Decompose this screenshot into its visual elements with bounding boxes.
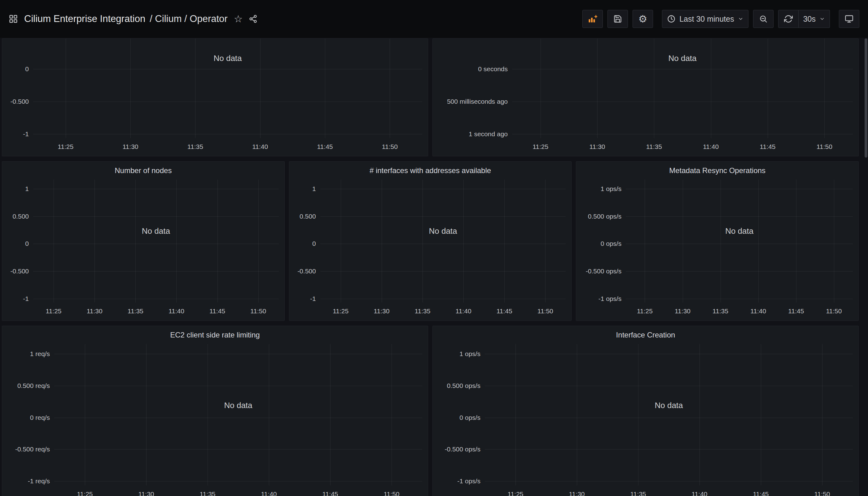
toolbar-actions: ⚙ Last 30 minutes <box>582 10 859 28</box>
gridline-horizontal <box>54 449 422 450</box>
gridline-horizontal <box>54 354 422 354</box>
gridline-horizontal <box>626 271 853 272</box>
panel-title[interactable]: Metadata Resync Operations <box>576 161 858 180</box>
y-tick-label: -0.500 <box>10 98 29 105</box>
panel-ec2-rate-limiting[interactable]: EC2 client side rate limiting 1 req/s0.5… <box>2 326 428 496</box>
panel-interfaces-with-addresses[interactable]: # interfaces with addresses available 10… <box>289 161 572 321</box>
panel-interface-creation[interactable]: Interface Creation 1 ops/s0.500 ops/s0 o… <box>432 326 859 496</box>
x-tick-label: 11:30 <box>123 143 138 151</box>
gridline-vertical <box>330 344 331 485</box>
x-tick-label: 11:30 <box>590 143 605 151</box>
x-tick-label: 11:40 <box>261 491 277 496</box>
dashboard-settings-button[interactable]: ⚙ <box>633 10 653 28</box>
scrollbar-thumb[interactable] <box>865 38 867 158</box>
y-tick-label: -1 ops/s <box>457 477 481 485</box>
gridline-vertical <box>545 180 546 303</box>
dashboard-grid: 0-0.500-1 No data 11:2511:3011:3511:4011… <box>0 38 868 496</box>
x-tick-label: 11:25 <box>77 491 93 496</box>
gridline-vertical <box>423 180 423 303</box>
x-tick-label: 11:25 <box>46 308 62 315</box>
y-tick-label: -0.500 req/s <box>15 446 50 453</box>
save-icon <box>613 15 622 23</box>
dashboard-name[interactable]: Cilium Enterprise Integration <box>24 13 145 25</box>
apps-grid-icon[interactable] <box>9 14 18 24</box>
gridline-horizontal <box>626 216 853 217</box>
y-tick-label: -0.500 <box>298 267 316 275</box>
breadcrumb-path[interactable]: / Cilium / Operator <box>150 13 228 25</box>
plot: 0-0.500-1 No data 11:2511:3011:3511:4011… <box>2 39 428 156</box>
panel-title[interactable]: Number of nodes <box>2 161 284 180</box>
gridline-vertical <box>131 39 131 138</box>
plot: 10.5000-0.500-1 No data 11:2511:3011:351… <box>289 180 572 321</box>
time-range-label: Last 30 minutes <box>679 15 734 24</box>
plot: 1 req/s0.500 req/s0 req/s-0.500 req/s-1 … <box>2 344 428 496</box>
no-data-label: No data <box>429 226 457 236</box>
y-tick-label: 1 ops/s <box>601 185 622 192</box>
x-tick-label: 11:25 <box>58 143 73 151</box>
plot-grid-area: No data <box>33 39 422 138</box>
axis-corner <box>579 303 626 319</box>
gridline-horizontal <box>626 244 853 244</box>
axis-corner <box>5 303 33 319</box>
x-tick-label: 11:25 <box>508 491 523 496</box>
y-tick-label: -1 req/s <box>28 477 50 485</box>
axis-corner <box>292 303 320 319</box>
gridline-vertical <box>269 344 269 485</box>
x-axis: 11:2511:3011:3511:4011:4511:50 <box>512 138 853 154</box>
x-tick-label: 11:35 <box>713 308 728 315</box>
x-axis: 11:2511:3011:3511:4011:4511:50 <box>320 303 566 319</box>
plot: 1 ops/s0.500 ops/s0 ops/s-0.500 ops/s-1 … <box>433 344 858 496</box>
panel-metadata-resync-operations[interactable]: Metadata Resync Operations 1 ops/s0.500 … <box>576 161 859 321</box>
refresh-control: 30s <box>778 10 830 28</box>
y-tick-label: -0.500 <box>10 267 29 275</box>
panel-timeseries-cropped-2[interactable]: 0 seconds500 milliseconds ago1 second ag… <box>432 38 859 156</box>
x-tick-label: 11:40 <box>750 308 766 315</box>
panel-title[interactable]: EC2 client side rate limiting <box>2 326 428 344</box>
axis-corner <box>435 485 485 496</box>
refresh-interval-button[interactable]: 30s <box>798 10 830 28</box>
x-tick-label: 11:45 <box>317 143 333 151</box>
panel-timeseries-cropped-1[interactable]: 0-0.500-1 No data 11:2511:3011:3511:4011… <box>2 38 428 156</box>
axis-corner <box>5 485 54 496</box>
x-tick-label: 11:30 <box>138 491 154 496</box>
axis-corner <box>435 138 512 154</box>
gridline-vertical <box>645 180 645 303</box>
gridline-vertical <box>758 180 759 303</box>
gridline-vertical <box>341 180 341 303</box>
save-dashboard-button[interactable] <box>608 10 628 28</box>
x-tick-label: 11:30 <box>675 308 690 315</box>
y-tick-label: -0.500 ops/s <box>586 267 622 275</box>
page-scrollbar <box>864 38 868 496</box>
gridline-horizontal <box>33 244 279 244</box>
x-tick-label: 11:35 <box>414 308 430 315</box>
gridline-horizontal <box>485 354 853 354</box>
kiosk-mode-button[interactable] <box>839 10 859 28</box>
gridline-vertical <box>195 39 196 138</box>
gridline-horizontal <box>485 386 853 386</box>
star-icon[interactable]: ☆ <box>234 14 243 24</box>
gridline-horizontal <box>320 271 566 272</box>
panel-title[interactable]: # interfaces with addresses available <box>289 161 572 180</box>
zoom-out-button[interactable] <box>753 10 774 28</box>
x-tick-label: 11:50 <box>826 308 842 315</box>
refresh-button[interactable] <box>778 10 798 28</box>
x-tick-label: 11:40 <box>168 308 184 315</box>
add-panel-button[interactable] <box>582 10 603 28</box>
y-tick-label: 0 <box>312 240 316 247</box>
gridline-vertical <box>720 180 721 303</box>
plot-grid-area: No data <box>33 180 279 303</box>
panel-number-of-nodes[interactable]: Number of nodes 10.5000-0.500-1 No data … <box>2 161 285 321</box>
gridline-vertical <box>85 344 85 485</box>
panel-title[interactable]: Interface Creation <box>433 326 858 344</box>
plot-grid-area: No data <box>626 180 853 303</box>
plot-grid-area: No data <box>320 180 566 303</box>
gridline-horizontal <box>320 299 566 299</box>
y-tick-label: -0.500 ops/s <box>444 446 481 453</box>
y-tick-label: 0 ops/s <box>459 414 481 421</box>
time-range-picker[interactable]: Last 30 minutes <box>662 10 748 28</box>
y-tick-label: -1 ops/s <box>598 295 622 303</box>
y-tick-label: 1 <box>25 185 29 192</box>
plot-grid-area: No data <box>512 39 853 138</box>
share-icon[interactable] <box>249 15 257 23</box>
y-tick-label: 0 <box>25 65 29 73</box>
